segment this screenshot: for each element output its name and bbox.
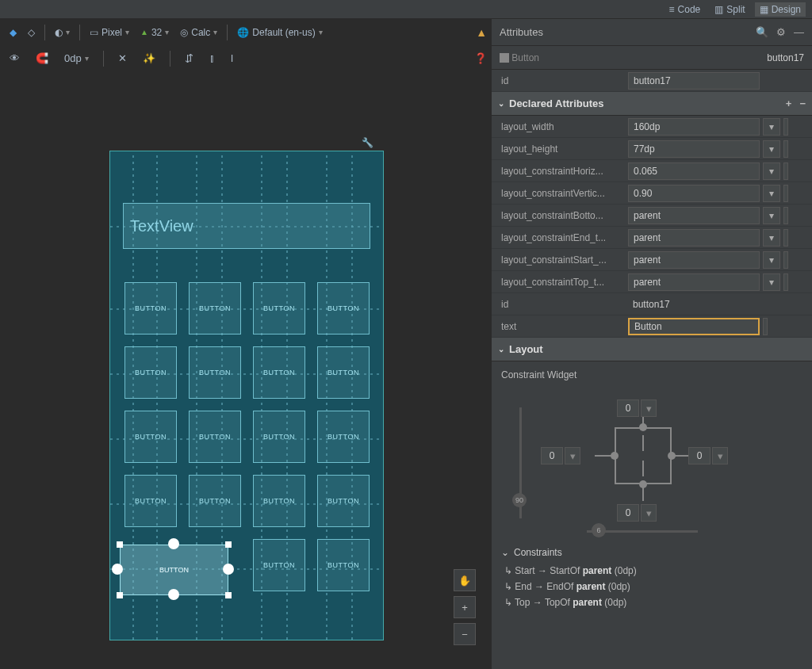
attr-flag[interactable]: [783, 140, 788, 158]
dropdown-icon[interactable]: ▾: [763, 118, 780, 136]
margin-right[interactable]: ▾: [688, 447, 728, 464]
id-input[interactable]: [628, 72, 760, 90]
attr-value-input[interactable]: [628, 318, 760, 335]
dropdown-icon[interactable]: ▾: [763, 162, 780, 180]
attr-flag[interactable]: [783, 162, 788, 180]
attr-flag[interactable]: [783, 185, 788, 202]
button-widget[interactable]: BUTTON: [317, 411, 370, 463]
attr-value-input[interactable]: [628, 251, 760, 269]
margin-left[interactable]: ▾: [541, 447, 580, 464]
button-widget[interactable]: BUTTON: [253, 475, 305, 527]
night-mode-icon[interactable]: ◐▾: [50, 24, 75, 41]
dropdown-icon[interactable]: ▾: [763, 185, 780, 202]
tab-design[interactable]: ▦ Design: [755, 2, 806, 17]
settings-icon[interactable]: ⚙: [776, 26, 786, 38]
textview-widget[interactable]: TextView: [123, 203, 370, 249]
attributes-panel: Attributes 🔍 ⚙ — Button button17 id: [492, 19, 812, 669]
chevron-down-icon[interactable]: ▾: [641, 504, 657, 522]
button-widget[interactable]: BUTTON: [317, 475, 370, 527]
vertical-bias-value[interactable]: 90: [512, 493, 527, 507]
tools-icon[interactable]: 🔧: [362, 137, 373, 148]
tab-code[interactable]: ≡ Code: [665, 2, 706, 17]
attr-flag[interactable]: [783, 118, 788, 136]
remove-attribute-icon[interactable]: −: [799, 97, 806, 109]
attr-value-input[interactable]: [628, 229, 760, 247]
button-widget[interactable]: BUTTON: [189, 282, 241, 334]
dropdown-icon[interactable]: ▾: [763, 229, 780, 247]
warnings-icon[interactable]: ▲: [476, 26, 487, 39]
attr-value-input[interactable]: [628, 207, 760, 224]
button-widget[interactable]: BUTTON: [189, 411, 241, 463]
infer-constraints-icon[interactable]: ✨: [138, 49, 160, 67]
minimize-icon[interactable]: —: [794, 26, 804, 38]
layout-section-header[interactable]: ⌄ Layout: [492, 338, 812, 361]
add-attribute-icon[interactable]: +: [786, 97, 792, 109]
constraint-item[interactable]: ↳ End → EndOf parent (0dp): [492, 579, 812, 594]
horizontal-bias-value[interactable]: 6: [592, 523, 606, 537]
default-margin-dropdown[interactable]: 0dp ▾: [59, 49, 94, 67]
design-surface-icon[interactable]: ◆: [5, 24, 21, 41]
chevron-down-icon[interactable]: ▾: [641, 399, 657, 417]
declared-attributes-header[interactable]: ⌄ Declared Attributes + −: [492, 92, 812, 116]
button-widget[interactable]: BUTTON: [124, 346, 177, 399]
device-dropdown[interactable]: ▭ Pixel ▾: [85, 24, 134, 41]
api-dropdown[interactable]: ▲ 32 ▾: [136, 24, 174, 41]
constraint-item[interactable]: ↳ Start → StartOf parent (0dp): [492, 563, 812, 579]
button-widget[interactable]: BUTTON: [317, 282, 370, 334]
device-preview[interactable]: 🔧 TextView: [109, 151, 384, 640]
chevron-down-icon[interactable]: ▾: [712, 447, 728, 464]
attr-label: layout_constraintEnd_t...: [501, 232, 628, 243]
attr-flag[interactable]: [783, 273, 788, 291]
button-widget[interactable]: BUTTON: [317, 539, 370, 591]
margin-bottom[interactable]: ▾: [617, 504, 657, 522]
button-widget[interactable]: BUTTON: [317, 346, 370, 399]
pan-icon[interactable]: ✋: [454, 569, 476, 591]
dropdown-icon[interactable]: ▾: [763, 140, 780, 158]
attr-flag[interactable]: [763, 318, 768, 335]
attr-flag[interactable]: [783, 251, 788, 269]
selected-button-widget[interactable]: BUTTON: [120, 545, 228, 595]
button-widget[interactable]: BUTTON: [253, 282, 305, 334]
tab-split[interactable]: ▥ Split: [710, 2, 749, 17]
guidelines-icon[interactable]: I: [226, 49, 239, 67]
align-icon[interactable]: ⇵: [180, 49, 198, 67]
chevron-down-icon[interactable]: ▾: [565, 447, 580, 464]
button-widget[interactable]: BUTTON: [253, 411, 305, 463]
constraint-widget[interactable]: 90 6: [492, 384, 812, 542]
attr-flag[interactable]: [783, 229, 788, 247]
button-widget[interactable]: BUTTON: [124, 411, 177, 463]
button-widget[interactable]: BUTTON: [124, 475, 177, 527]
constraint-item[interactable]: ↳ Top → TopOf parent (0dp): [492, 594, 812, 610]
visibility-icon[interactable]: 👁: [5, 49, 25, 67]
theme-dropdown[interactable]: ◎ Calc ▾: [175, 24, 222, 41]
dropdown-icon[interactable]: ▾: [763, 251, 780, 269]
locale-dropdown[interactable]: 🌐 Default (en-us) ▾: [232, 24, 327, 41]
button-widget[interactable]: BUTTON: [189, 346, 241, 399]
button-widget[interactable]: BUTTON: [189, 475, 241, 527]
dropdown-icon[interactable]: ▾: [763, 207, 780, 224]
button-widget[interactable]: BUTTON: [253, 539, 305, 591]
attr-value-input[interactable]: [628, 162, 760, 180]
clear-constraints-icon[interactable]: ✕: [113, 49, 132, 67]
orientation-icon[interactable]: ◇: [23, 24, 40, 41]
constraint-box[interactable]: [615, 427, 672, 484]
search-icon[interactable]: 🔍: [756, 26, 768, 38]
magnet-icon[interactable]: 🧲: [31, 49, 53, 67]
view-mode-tabs: ≡ Code ▥ Split ▦ Design: [0, 0, 812, 19]
attr-value-input[interactable]: [628, 118, 760, 136]
zoom-out-icon[interactable]: −: [454, 623, 476, 645]
pack-icon[interactable]: ⫿: [205, 49, 220, 67]
button-widget[interactable]: BUTTON: [124, 282, 177, 334]
help-icon[interactable]: ❓: [474, 52, 487, 64]
zoom-in-icon[interactable]: +: [454, 596, 476, 618]
attributes-body[interactable]: id ⌄ Declared Attributes + − layout_widt…: [492, 70, 812, 669]
dropdown-icon[interactable]: ▾: [763, 273, 780, 291]
margin-top[interactable]: ▾: [617, 399, 657, 417]
attr-value-input[interactable]: [628, 140, 760, 158]
attr-flag[interactable]: [783, 207, 788, 224]
canvas-body[interactable]: 🔧 TextView: [0, 71, 492, 669]
constraints-subheader[interactable]: ⌄ Constraints: [492, 542, 812, 563]
attr-value-input[interactable]: [628, 273, 760, 291]
button-widget[interactable]: BUTTON: [253, 346, 305, 399]
attr-value-input[interactable]: [628, 185, 760, 202]
